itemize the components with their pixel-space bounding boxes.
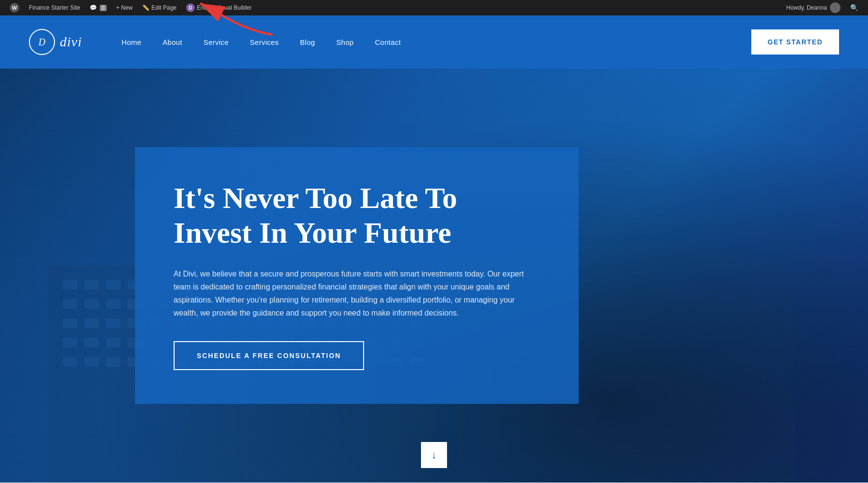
howdy-text: Howdy, Deanna — [787, 4, 827, 11]
edit-label: Edit Page — [151, 4, 176, 11]
hero-headline: It's Never Too Late To Invest In Your Fu… — [174, 181, 540, 250]
new-content-button[interactable]: + New — [111, 0, 137, 15]
divi-label: Enable Visual Builder — [197, 4, 252, 11]
admin-bar-right: Howdy, Deanna 🔍 — [782, 2, 864, 13]
scroll-down-button[interactable]: ↓ — [421, 442, 447, 468]
svg-rect-73 — [84, 357, 99, 367]
hero-content-card: It's Never Too Late To Invest In Your Fu… — [135, 147, 579, 403]
svg-rect-39 — [84, 318, 99, 328]
howdy-section: Howdy, Deanna — [782, 2, 846, 13]
svg-rect-57 — [106, 338, 121, 347]
svg-rect-40 — [106, 318, 121, 328]
svg-rect-23 — [106, 299, 121, 309]
comment-count: 0 — [100, 5, 107, 11]
nav-item-services[interactable]: Services — [239, 15, 289, 69]
svg-rect-4 — [63, 280, 77, 290]
new-label: + New — [116, 4, 133, 11]
logo-circle-icon: D — [29, 29, 55, 55]
pencil-icon: ✏️ — [142, 4, 149, 11]
site-nav: Home About Service Services Blog Shop Co… — [111, 15, 751, 69]
svg-rect-74 — [106, 357, 121, 367]
wordpress-icon: W — [10, 3, 19, 13]
site-logo[interactable]: D divi — [29, 29, 82, 55]
comment-icon: 💬 — [90, 4, 97, 11]
nav-item-blog[interactable]: Blog — [289, 15, 326, 69]
site-header: D divi Home About Service Services Blog … — [0, 15, 868, 69]
get-started-button[interactable]: GET STARTED — [751, 29, 839, 55]
logo-text: divi — [60, 34, 82, 50]
admin-bar: W Finance Starter Site 💬 0 + New ✏️ Edit… — [0, 0, 868, 15]
nav-item-home[interactable]: Home — [111, 15, 152, 69]
hero-body-text: At Divi, we believe that a secure and pr… — [174, 267, 540, 320]
search-button[interactable]: 🔍 — [845, 4, 863, 12]
svg-rect-6 — [106, 280, 121, 290]
svg-rect-38 — [63, 318, 77, 328]
site-name-label: Finance Starter Site — [29, 4, 80, 11]
schedule-consultation-button[interactable]: SCHEDULE A FREE CONSULTATION — [174, 341, 364, 370]
svg-rect-72 — [63, 357, 77, 367]
svg-rect-56 — [84, 338, 99, 347]
divi-icon: D — [186, 3, 195, 12]
svg-rect-22 — [84, 299, 99, 309]
hero-section: It's Never Too Late To Invest In Your Fu… — [0, 69, 868, 483]
edit-page-button[interactable]: ✏️ Edit Page — [137, 0, 181, 15]
nav-item-shop[interactable]: Shop — [326, 15, 364, 69]
nav-item-service[interactable]: Service — [193, 15, 239, 69]
nav-item-about[interactable]: About — [152, 15, 193, 69]
logo-letter: D — [39, 37, 45, 48]
nav-item-contact[interactable]: Contact — [364, 15, 411, 69]
enable-visual-builder-button[interactable]: D Enable Visual Builder — [181, 0, 257, 15]
site-wrapper: D divi Home About Service Services Blog … — [0, 15, 868, 483]
site-name-button[interactable]: Finance Starter Site — [24, 0, 85, 15]
comments-button[interactable]: 💬 0 — [85, 0, 111, 15]
chevron-down-icon: ↓ — [432, 449, 437, 461]
svg-rect-5 — [84, 280, 99, 290]
svg-rect-55 — [63, 338, 77, 347]
wp-logo-button[interactable]: W — [5, 0, 24, 15]
svg-rect-21 — [63, 299, 77, 309]
user-avatar — [830, 2, 841, 13]
